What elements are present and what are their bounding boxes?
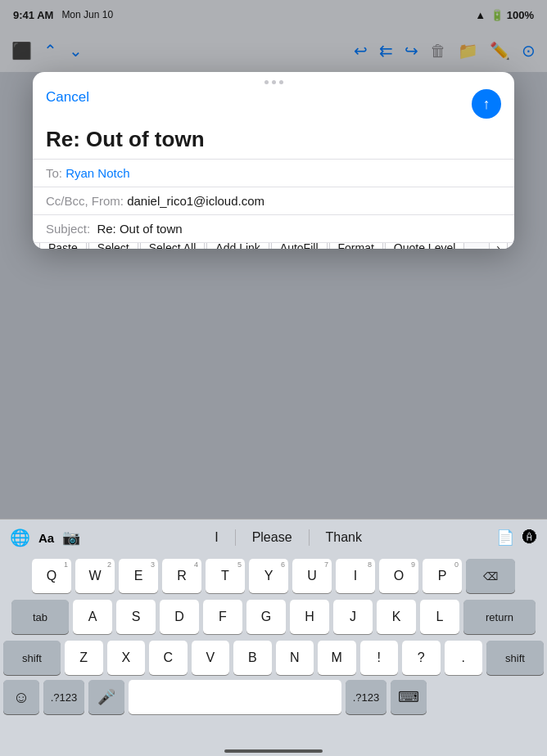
key-Z[interactable]: Z	[65, 641, 103, 675]
quote-level-button[interactable]: Quote Level	[385, 242, 465, 249]
key-row-1: Q1 W2 E3 R4 T5 Y6 U7 I8 O9 P0 ⌫	[3, 559, 544, 593]
key-E[interactable]: E3	[119, 559, 158, 593]
key-Y[interactable]: Y6	[249, 559, 288, 593]
keyboard: 🌐 Aa 📷 I Please Thank 📄 🅐 Q1 W2 E3 R4 T5…	[0, 519, 547, 756]
cc-bcc-field-row: Cc/Bcc, From: daniel_rico1@icloud.com	[33, 187, 514, 214]
key-J[interactable]: J	[333, 600, 373, 634]
key-question[interactable]: ?	[402, 641, 441, 675]
select-button[interactable]: Select	[88, 242, 138, 249]
key-R[interactable]: R4	[162, 559, 201, 593]
key-T[interactable]: T5	[206, 559, 245, 593]
key-row-2: tab A S D F G H J K L return	[3, 600, 544, 634]
key-M[interactable]: M	[318, 641, 356, 675]
keyboard-rows: Q1 W2 E3 R4 T5 Y6 U7 I8 O9 P0 ⌫ tab A S …	[0, 556, 547, 675]
compose-subject-area: Re: Out of town	[33, 127, 514, 159]
to-name[interactable]: Ryan Notch	[66, 166, 129, 180]
separator-1	[235, 529, 236, 546]
key-G[interactable]: G	[246, 600, 286, 634]
key-U[interactable]: U7	[292, 559, 332, 593]
return-key[interactable]: return	[463, 600, 536, 634]
drag-dot-2	[272, 80, 276, 84]
add-link-button[interactable]: Add Link	[206, 242, 269, 249]
camera-icon[interactable]: 📷	[62, 529, 80, 547]
key-S[interactable]: S	[116, 600, 156, 634]
shift-right-key[interactable]: shift	[486, 641, 544, 675]
autofill-button[interactable]: AutoFill	[271, 242, 328, 249]
key-P[interactable]: P0	[423, 559, 462, 593]
keyboard-dismiss-key[interactable]: ⌨	[391, 680, 427, 714]
drag-dot-1	[264, 80, 269, 84]
key-O[interactable]: O9	[379, 559, 418, 593]
modal-drag-handle	[33, 72, 514, 88]
key-F[interactable]: F	[203, 600, 242, 634]
key-exclamation[interactable]: !	[360, 641, 399, 675]
send-icon: ↑	[483, 97, 490, 111]
subject-field-row: Subject: Re: Out of town	[33, 214, 514, 242]
keyboard-bottom-row: ☺ .?123 🎤 .?123 ⌨	[0, 675, 547, 718]
num-toggle-right-key[interactable]: .?123	[346, 680, 387, 714]
toolbar-chevron-button[interactable]: ›	[489, 242, 508, 249]
cc-bcc-label: Cc/Bcc, From:	[46, 194, 124, 208]
text-toolbar: Paste Select Select All Add Link AutoFil…	[33, 242, 514, 249]
delete-key[interactable]: ⌫	[466, 559, 515, 593]
key-period[interactable]: .	[445, 641, 483, 675]
key-X[interactable]: X	[107, 641, 146, 675]
key-C[interactable]: C	[149, 641, 188, 675]
prediction-thank[interactable]: Thank	[326, 530, 362, 545]
emoji-key[interactable]: ☺	[3, 680, 39, 714]
from-email: daniel_rico1@icloud.com	[127, 194, 264, 208]
subject-title: Re: Out of town	[46, 127, 501, 152]
drag-dot-3	[279, 80, 283, 84]
caps-lock-icon[interactable]: 🅐	[522, 529, 537, 547]
separator-2	[309, 529, 310, 546]
key-Q[interactable]: Q1	[32, 559, 71, 593]
to-field-row: To: Ryan Notch	[33, 159, 514, 187]
key-A[interactable]: A	[73, 600, 112, 634]
format-button[interactable]: Format	[329, 242, 383, 249]
key-K[interactable]: K	[377, 600, 416, 634]
prediction-I[interactable]: I	[215, 530, 218, 545]
cancel-button[interactable]: Cancel	[46, 89, 89, 106]
key-D[interactable]: D	[160, 600, 199, 634]
tab-key[interactable]: tab	[11, 600, 69, 634]
prediction-please[interactable]: Please	[252, 530, 292, 545]
paste-button[interactable]: Paste	[39, 242, 87, 249]
key-I[interactable]: I8	[336, 559, 375, 593]
key-B[interactable]: B	[233, 641, 272, 675]
modal-header: Cancel ↑	[33, 88, 514, 127]
microphone-key[interactable]: 🎤	[88, 680, 124, 714]
compose-modal: Cancel ↑ Re: Out of town To: Ryan Notch …	[33, 72, 514, 249]
page-icon[interactable]: 📄	[496, 529, 514, 547]
key-N[interactable]: N	[276, 641, 314, 675]
home-indicator	[224, 749, 323, 753]
key-row-3: shift Z X C V B N M ! ? . shift	[3, 641, 544, 675]
key-H[interactable]: H	[290, 600, 329, 634]
to-label: To:	[46, 166, 62, 180]
keyboard-topbar: 🌐 Aa 📷 I Please Thank 📄 🅐	[0, 520, 547, 556]
shift-left-key[interactable]: shift	[3, 641, 61, 675]
subject-label: Subject:	[46, 222, 90, 236]
emoji-keyboard-icon[interactable]: 🌐	[10, 528, 30, 547]
select-all-button[interactable]: Select All	[140, 242, 206, 249]
key-V[interactable]: V	[192, 641, 230, 675]
key-W[interactable]: W2	[75, 559, 115, 593]
send-button[interactable]: ↑	[472, 89, 501, 119]
subject-value: Re: Out of town	[97, 222, 182, 236]
num-toggle-left-key[interactable]: .?123	[43, 680, 84, 714]
key-L[interactable]: L	[420, 600, 459, 634]
space-key[interactable]	[129, 680, 341, 714]
font-size-icon[interactable]: Aa	[38, 531, 54, 545]
